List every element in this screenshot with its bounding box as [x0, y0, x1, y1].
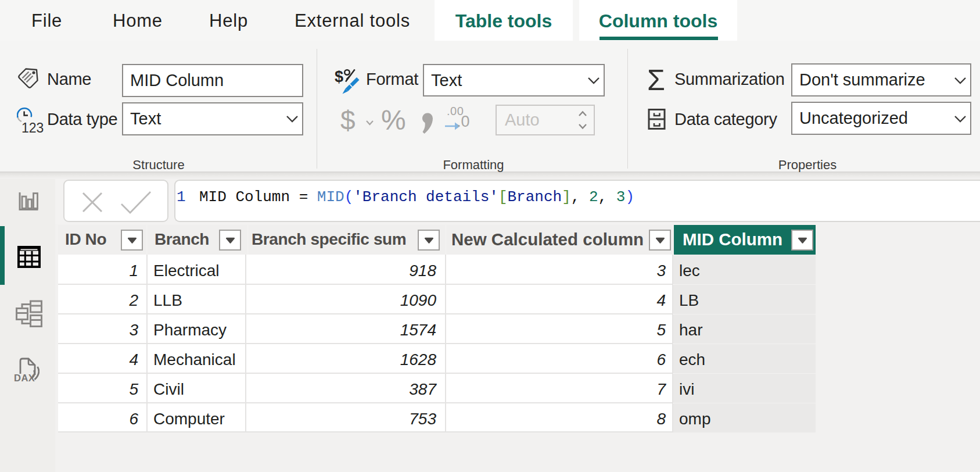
svg-text:$: $	[335, 68, 343, 85]
svg-text:123: 123	[21, 120, 44, 135]
svg-text:DAX: DAX	[14, 373, 35, 383]
